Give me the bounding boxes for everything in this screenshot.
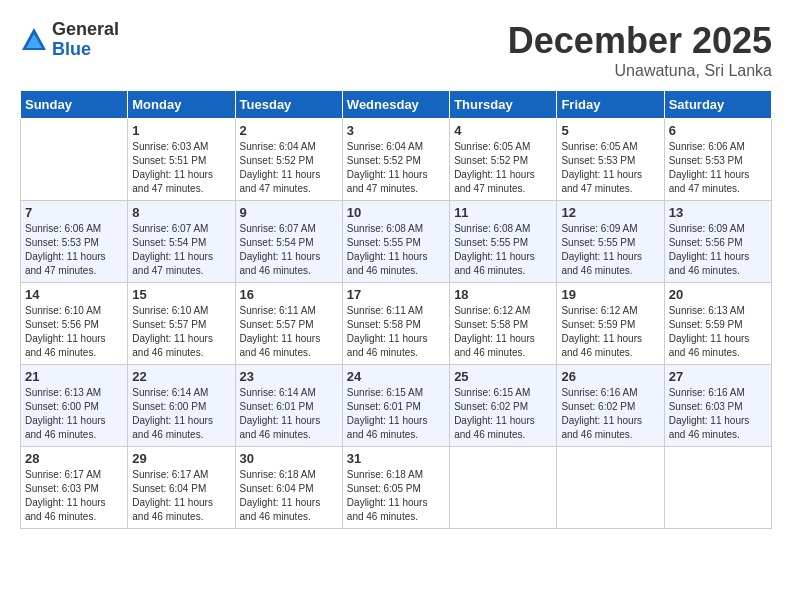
day-number: 19 [561,287,659,302]
calendar-cell: 8Sunrise: 6:07 AMSunset: 5:54 PMDaylight… [128,201,235,283]
day-info: Sunrise: 6:12 AMSunset: 5:58 PMDaylight:… [454,304,552,360]
day-info: Sunrise: 6:07 AMSunset: 5:54 PMDaylight:… [240,222,338,278]
calendar-cell: 3Sunrise: 6:04 AMSunset: 5:52 PMDaylight… [342,119,449,201]
calendar-cell: 5Sunrise: 6:05 AMSunset: 5:53 PMDaylight… [557,119,664,201]
weekday-header: Wednesday [342,91,449,119]
calendar-cell: 28Sunrise: 6:17 AMSunset: 6:03 PMDayligh… [21,447,128,529]
day-number: 6 [669,123,767,138]
day-number: 30 [240,451,338,466]
calendar-cell: 16Sunrise: 6:11 AMSunset: 5:57 PMDayligh… [235,283,342,365]
day-number: 8 [132,205,230,220]
day-number: 24 [347,369,445,384]
day-number: 12 [561,205,659,220]
day-info: Sunrise: 6:17 AMSunset: 6:03 PMDaylight:… [25,468,123,524]
calendar-cell: 18Sunrise: 6:12 AMSunset: 5:58 PMDayligh… [450,283,557,365]
weekday-header: Sunday [21,91,128,119]
day-info: Sunrise: 6:11 AMSunset: 5:57 PMDaylight:… [240,304,338,360]
day-info: Sunrise: 6:14 AMSunset: 6:01 PMDaylight:… [240,386,338,442]
calendar-cell: 7Sunrise: 6:06 AMSunset: 5:53 PMDaylight… [21,201,128,283]
day-number: 25 [454,369,552,384]
calendar-cell: 17Sunrise: 6:11 AMSunset: 5:58 PMDayligh… [342,283,449,365]
day-number: 23 [240,369,338,384]
day-info: Sunrise: 6:18 AMSunset: 6:05 PMDaylight:… [347,468,445,524]
logo-text: General Blue [52,20,119,60]
calendar-cell [450,447,557,529]
calendar-cell: 21Sunrise: 6:13 AMSunset: 6:00 PMDayligh… [21,365,128,447]
day-info: Sunrise: 6:13 AMSunset: 6:00 PMDaylight:… [25,386,123,442]
day-number: 5 [561,123,659,138]
day-info: Sunrise: 6:05 AMSunset: 5:53 PMDaylight:… [561,140,659,196]
calendar-cell: 20Sunrise: 6:13 AMSunset: 5:59 PMDayligh… [664,283,771,365]
calendar-cell: 13Sunrise: 6:09 AMSunset: 5:56 PMDayligh… [664,201,771,283]
calendar-cell [664,447,771,529]
calendar-cell: 29Sunrise: 6:17 AMSunset: 6:04 PMDayligh… [128,447,235,529]
day-info: Sunrise: 6:15 AMSunset: 6:01 PMDaylight:… [347,386,445,442]
day-info: Sunrise: 6:14 AMSunset: 6:00 PMDaylight:… [132,386,230,442]
day-number: 1 [132,123,230,138]
calendar-week-row: 7Sunrise: 6:06 AMSunset: 5:53 PMDaylight… [21,201,772,283]
calendar-cell: 4Sunrise: 6:05 AMSunset: 5:52 PMDaylight… [450,119,557,201]
calendar-header-row: SundayMondayTuesdayWednesdayThursdayFrid… [21,91,772,119]
day-number: 2 [240,123,338,138]
calendar-cell: 14Sunrise: 6:10 AMSunset: 5:56 PMDayligh… [21,283,128,365]
calendar-cell [557,447,664,529]
day-info: Sunrise: 6:09 AMSunset: 5:55 PMDaylight:… [561,222,659,278]
day-info: Sunrise: 6:06 AMSunset: 5:53 PMDaylight:… [25,222,123,278]
calendar-cell: 27Sunrise: 6:16 AMSunset: 6:03 PMDayligh… [664,365,771,447]
calendar-cell: 15Sunrise: 6:10 AMSunset: 5:57 PMDayligh… [128,283,235,365]
day-number: 17 [347,287,445,302]
logo-general: General [52,20,119,40]
calendar-week-row: 14Sunrise: 6:10 AMSunset: 5:56 PMDayligh… [21,283,772,365]
calendar-week-row: 21Sunrise: 6:13 AMSunset: 6:00 PMDayligh… [21,365,772,447]
day-info: Sunrise: 6:16 AMSunset: 6:03 PMDaylight:… [669,386,767,442]
day-number: 16 [240,287,338,302]
day-number: 31 [347,451,445,466]
calendar-cell: 22Sunrise: 6:14 AMSunset: 6:00 PMDayligh… [128,365,235,447]
day-number: 28 [25,451,123,466]
day-info: Sunrise: 6:08 AMSunset: 5:55 PMDaylight:… [347,222,445,278]
calendar-cell [21,119,128,201]
calendar-cell: 24Sunrise: 6:15 AMSunset: 6:01 PMDayligh… [342,365,449,447]
calendar-week-row: 28Sunrise: 6:17 AMSunset: 6:03 PMDayligh… [21,447,772,529]
day-info: Sunrise: 6:10 AMSunset: 5:56 PMDaylight:… [25,304,123,360]
day-number: 26 [561,369,659,384]
day-info: Sunrise: 6:06 AMSunset: 5:53 PMDaylight:… [669,140,767,196]
day-number: 14 [25,287,123,302]
page-header: General Blue December 2025 Unawatuna, Sr… [20,20,772,80]
day-info: Sunrise: 6:03 AMSunset: 5:51 PMDaylight:… [132,140,230,196]
day-info: Sunrise: 6:04 AMSunset: 5:52 PMDaylight:… [240,140,338,196]
day-number: 15 [132,287,230,302]
day-info: Sunrise: 6:17 AMSunset: 6:04 PMDaylight:… [132,468,230,524]
calendar-cell: 31Sunrise: 6:18 AMSunset: 6:05 PMDayligh… [342,447,449,529]
weekday-header: Thursday [450,91,557,119]
calendar-cell: 9Sunrise: 6:07 AMSunset: 5:54 PMDaylight… [235,201,342,283]
day-number: 4 [454,123,552,138]
day-info: Sunrise: 6:08 AMSunset: 5:55 PMDaylight:… [454,222,552,278]
calendar-table: SundayMondayTuesdayWednesdayThursdayFrid… [20,90,772,529]
calendar-cell: 6Sunrise: 6:06 AMSunset: 5:53 PMDaylight… [664,119,771,201]
logo: General Blue [20,20,119,60]
calendar-week-row: 1Sunrise: 6:03 AMSunset: 5:51 PMDaylight… [21,119,772,201]
day-info: Sunrise: 6:15 AMSunset: 6:02 PMDaylight:… [454,386,552,442]
day-number: 21 [25,369,123,384]
calendar-cell: 19Sunrise: 6:12 AMSunset: 5:59 PMDayligh… [557,283,664,365]
day-number: 22 [132,369,230,384]
day-number: 27 [669,369,767,384]
day-info: Sunrise: 6:18 AMSunset: 6:04 PMDaylight:… [240,468,338,524]
weekday-header: Monday [128,91,235,119]
day-info: Sunrise: 6:11 AMSunset: 5:58 PMDaylight:… [347,304,445,360]
day-info: Sunrise: 6:09 AMSunset: 5:56 PMDaylight:… [669,222,767,278]
day-info: Sunrise: 6:10 AMSunset: 5:57 PMDaylight:… [132,304,230,360]
calendar-cell: 26Sunrise: 6:16 AMSunset: 6:02 PMDayligh… [557,365,664,447]
logo-blue-text: Blue [52,40,119,60]
day-number: 29 [132,451,230,466]
day-number: 18 [454,287,552,302]
calendar-cell: 2Sunrise: 6:04 AMSunset: 5:52 PMDaylight… [235,119,342,201]
day-number: 11 [454,205,552,220]
calendar-cell: 1Sunrise: 6:03 AMSunset: 5:51 PMDaylight… [128,119,235,201]
month-title: December 2025 [508,20,772,62]
calendar-cell: 23Sunrise: 6:14 AMSunset: 6:01 PMDayligh… [235,365,342,447]
day-info: Sunrise: 6:07 AMSunset: 5:54 PMDaylight:… [132,222,230,278]
location: Unawatuna, Sri Lanka [508,62,772,80]
calendar-cell: 11Sunrise: 6:08 AMSunset: 5:55 PMDayligh… [450,201,557,283]
